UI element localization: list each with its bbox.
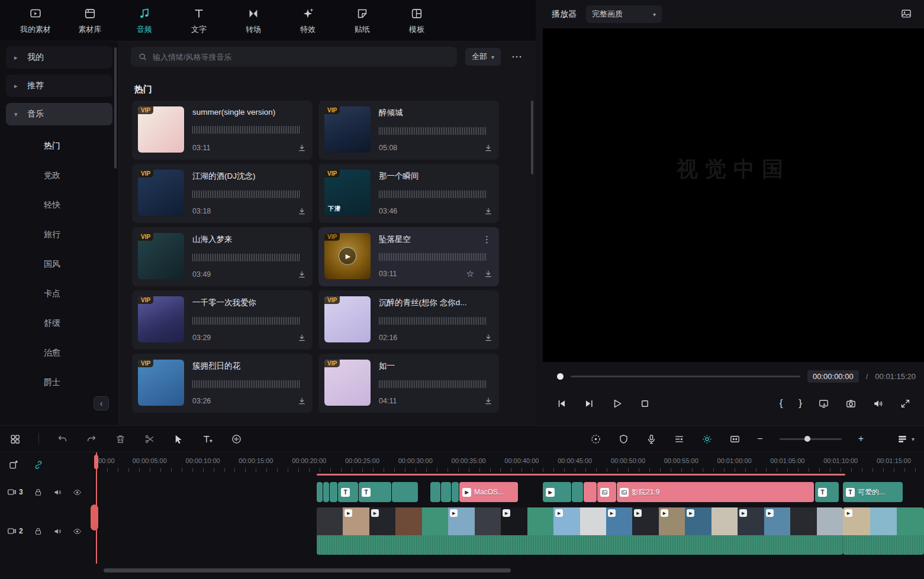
zoom-in-button[interactable]: + bbox=[858, 434, 864, 444]
song-card[interactable]: VIP ▶ summer(single version) ⋮ 03:11 ☆ bbox=[132, 101, 313, 160]
select-tool-button[interactable] bbox=[173, 434, 184, 445]
zoom-slider-handle[interactable] bbox=[804, 436, 810, 442]
mark-out-button[interactable]: } bbox=[799, 397, 802, 409]
timeline-clip[interactable]: ▶ bbox=[543, 482, 571, 502]
audio-track-button[interactable] bbox=[674, 434, 685, 445]
mute-track-button[interactable] bbox=[53, 488, 62, 497]
timeline-clip[interactable] bbox=[392, 482, 418, 502]
delete-button[interactable] bbox=[115, 434, 126, 445]
add-media-button[interactable] bbox=[8, 460, 19, 470]
zoom-slider[interactable] bbox=[780, 438, 842, 440]
redo-button[interactable] bbox=[86, 434, 97, 445]
previous-frame-button[interactable] bbox=[556, 398, 567, 409]
music-search-box[interactable] bbox=[131, 47, 457, 67]
progress-handle[interactable] bbox=[557, 373, 564, 380]
top-tab-sticker[interactable]: 贴纸 bbox=[335, 0, 389, 41]
music-filter-dropdown[interactable]: 全部 ▾ bbox=[465, 48, 501, 66]
track-layout-button[interactable] bbox=[897, 434, 908, 445]
sidebar-category-item[interactable]: 治愈 bbox=[0, 338, 118, 368]
toggle-track-visibility-button[interactable] bbox=[73, 527, 82, 536]
sidebar-category-item[interactable]: 轻快 bbox=[0, 190, 118, 220]
timeline-clip[interactable]: T bbox=[338, 482, 358, 502]
music-panel-scrollbar[interactable] bbox=[531, 101, 533, 174]
song-card[interactable]: VIP ▶ 如一 ⋮ 04:11 ☆ bbox=[318, 354, 499, 413]
undo-button[interactable] bbox=[57, 434, 68, 445]
playhead-cap[interactable] bbox=[94, 455, 98, 469]
more-options-icon[interactable]: ⋮ bbox=[481, 234, 493, 245]
sidebar-group-recommend[interactable]: ▸ 推荐 bbox=[6, 75, 112, 97]
mute-track-button[interactable] bbox=[53, 527, 62, 536]
stop-button[interactable] bbox=[639, 398, 651, 409]
mute-button[interactable] bbox=[873, 398, 884, 409]
mark-in-button[interactable]: { bbox=[780, 397, 783, 409]
song-card[interactable]: VIP ▶ 簇拥烈日的花 ⋮ 03:26 ☆ bbox=[132, 354, 313, 413]
next-frame-button[interactable] bbox=[584, 398, 595, 409]
sidebar-category-item[interactable]: 卡点 bbox=[0, 279, 118, 309]
timeline-clip[interactable]: T 可爱的... bbox=[843, 482, 903, 502]
more-options-button[interactable]: ⋯ bbox=[509, 50, 524, 63]
mirror-display-button[interactable] bbox=[818, 398, 829, 409]
beat-detect-button[interactable] bbox=[231, 434, 242, 445]
download-icon[interactable] bbox=[297, 270, 307, 279]
download-icon[interactable] bbox=[297, 206, 307, 216]
progress-track[interactable] bbox=[571, 376, 800, 377]
top-tab-effects[interactable]: 特效 bbox=[281, 0, 335, 41]
lock-track-button[interactable] bbox=[34, 488, 43, 497]
sidebar-group-mine[interactable]: ▸ 我的 bbox=[6, 46, 112, 69]
timeline-clip[interactable]: 影院21:9 bbox=[617, 482, 814, 502]
download-icon[interactable] bbox=[484, 206, 493, 216]
toggle-track-visibility-button[interactable] bbox=[73, 488, 82, 497]
sidebar-category-item[interactable]: 舒缓 bbox=[0, 309, 118, 338]
play-icon[interactable]: ▶ bbox=[339, 247, 356, 265]
song-card[interactable]: VIP ▶ 沉醉的青丝(想你 念你d... ⋮ 02:16 ☆ bbox=[318, 290, 499, 350]
timeline-clip[interactable] bbox=[597, 482, 616, 502]
timeline-clip[interactable] bbox=[430, 482, 440, 502]
sidebar-category-item[interactable]: 爵士 bbox=[0, 368, 118, 397]
timeline-clip[interactable] bbox=[441, 482, 451, 502]
music-search-input[interactable] bbox=[153, 53, 450, 62]
quality-dropdown[interactable]: 完整画质 ▾ bbox=[586, 5, 662, 23]
song-card[interactable]: VIP ▶ 坠落星空 ⋮ 03:11 ☆ bbox=[318, 227, 499, 286]
sidebar-group-music[interactable]: ▾ 音乐 bbox=[6, 103, 112, 125]
download-icon[interactable] bbox=[297, 396, 307, 406]
song-card[interactable]: VIP 下潜 ▶ 那一个瞬间 ⋮ 03:46 ☆ bbox=[318, 164, 499, 223]
top-tab-library[interactable]: 素材库 bbox=[63, 0, 117, 41]
preview-frame-button[interactable] bbox=[900, 8, 912, 21]
download-icon[interactable] bbox=[484, 143, 493, 153]
fullscreen-button[interactable] bbox=[900, 398, 911, 409]
download-icon[interactable] bbox=[297, 143, 307, 153]
song-card[interactable]: VIP ▶ 江湖的酒(DJ沈念) ⋮ 03:18 ☆ bbox=[132, 164, 313, 223]
chevron-down-icon[interactable]: ▾ bbox=[912, 436, 915, 442]
ai-effects-button[interactable] bbox=[590, 434, 601, 445]
timeline-clip[interactable]: T bbox=[815, 482, 839, 502]
add-text-button[interactable] bbox=[202, 434, 213, 445]
timeline-clip[interactable] bbox=[572, 482, 583, 502]
top-tab-text[interactable]: 文字 bbox=[172, 0, 226, 41]
timeline-clip[interactable]: ▶ MacOS... bbox=[459, 482, 518, 502]
top-tab-audio[interactable]: 音频 bbox=[117, 0, 172, 41]
toolbox-button[interactable] bbox=[9, 434, 21, 445]
stabilize-button[interactable] bbox=[618, 434, 629, 445]
download-icon[interactable] bbox=[484, 269, 493, 279]
top-tab-transition[interactable]: 转场 bbox=[226, 0, 281, 41]
download-icon[interactable] bbox=[297, 333, 307, 342]
song-card[interactable]: VIP ▶ 山海入梦来 ⋮ 03:49 ☆ bbox=[132, 227, 313, 286]
timeline-clip[interactable] bbox=[584, 482, 597, 502]
timeline-clip[interactable]: T bbox=[359, 482, 391, 502]
lock-track-button[interactable] bbox=[34, 527, 43, 536]
auto-ripple-button[interactable] bbox=[33, 460, 44, 470]
download-icon[interactable] bbox=[484, 333, 493, 342]
play-overlay[interactable]: ▶ bbox=[324, 233, 371, 279]
timeline-clip[interactable] bbox=[323, 482, 329, 502]
sidebar-scrollbar[interactable] bbox=[114, 47, 117, 169]
render-preview-button[interactable] bbox=[701, 434, 713, 445]
top-tab-my-media[interactable]: 我的素材 bbox=[8, 0, 63, 41]
split-button[interactable] bbox=[144, 434, 155, 445]
timeline-video-clip[interactable]: ▶▶▶▶▶▶▶▶▶▶▶ bbox=[317, 507, 843, 555]
timeline-clip[interactable] bbox=[330, 482, 337, 502]
record-voiceover-button[interactable] bbox=[646, 434, 657, 445]
song-card[interactable]: VIP ▶ 醉倾城 ⋮ 05:08 ☆ bbox=[318, 101, 499, 160]
fit-timeline-button[interactable] bbox=[729, 434, 741, 445]
favorite-icon[interactable]: ☆ bbox=[466, 269, 474, 279]
timeline-clip[interactable] bbox=[452, 482, 459, 502]
